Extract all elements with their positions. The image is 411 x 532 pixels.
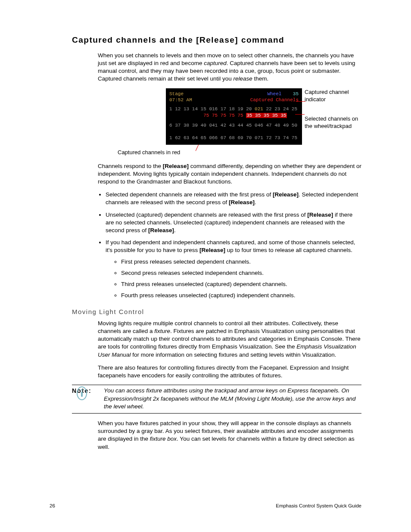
release-key: [Release] <box>229 199 255 205</box>
fixture-display-paragraph: When you have fixtures patched in your s… <box>98 420 361 451</box>
note-rule-top <box>72 385 361 385</box>
stage-label: Stage <box>169 91 184 96</box>
text: for more information on selecting fixtur… <box>131 352 336 358</box>
release-key: [Release] <box>273 191 299 198</box>
leader-line <box>295 114 305 115</box>
leader-line <box>296 101 305 102</box>
svg-rect-2 <box>81 392 83 397</box>
callout-captured-red: Captured channels in red <box>118 149 180 156</box>
callout-selected-channels: Selected channels on the wheel/trackpad <box>305 115 361 130</box>
row1-nums: 1 12 13 14 15 016 17 18 19 20 <box>169 106 255 112</box>
wheel-label: Wheel <box>267 91 281 96</box>
release-rules-list: Selected dependent channels are released… <box>98 191 361 299</box>
text: Channels respond to the <box>98 163 163 169</box>
text: Selected dependent channels are released… <box>106 191 273 198</box>
note-text: You can access fixture attributes using … <box>104 387 361 411</box>
footer-title: Emphasis Control System Quick Guide <box>276 503 361 510</box>
leader-line <box>196 144 199 151</box>
list-item: Second press releases selected independe… <box>121 269 361 277</box>
row1-rest: 22 23 24 25 <box>263 106 297 112</box>
term-release: release <box>233 75 252 82</box>
list-item: Third press releases unselected (capture… <box>121 280 361 288</box>
list-item: Unselected (captured) dependent channels… <box>106 211 361 235</box>
subsection-heading: Moving Light Control <box>72 308 361 316</box>
text: them. <box>252 75 269 82</box>
info-icon <box>75 385 88 402</box>
callout-captured-indicator: Captured channel indicator <box>305 88 352 103</box>
time-label: 07:52 AM <box>169 97 192 103</box>
row3-nums: 1 62 63 64 65 066 67 68 69 70 071 72 73 … <box>169 135 299 141</box>
release-key: [Release] <box>163 163 189 169</box>
release-key: [Release] <box>199 247 225 253</box>
row1-highlight: 35 35 35 35 35 <box>246 113 286 118</box>
text: Unselected (captured) dependent channels… <box>106 212 307 218</box>
term-fixture-box: fixture box <box>150 436 177 442</box>
note-block: Note: You can access fixture attributes … <box>72 387 361 411</box>
row1-levels: 75 75 75 75 75 <box>169 113 246 118</box>
section-heading: Captured channels and the [Release] comm… <box>72 34 361 46</box>
console-figure: Stage 07:52 AM Wheel 35 Captured Channel… <box>98 88 361 157</box>
captured-channels-label: Captured Channels <box>250 97 299 103</box>
note-rule-bottom <box>72 413 361 414</box>
svg-point-1 <box>81 389 83 391</box>
paragraph-release-behavior: Channels respond to the [Release] comman… <box>98 162 361 186</box>
text: . <box>255 199 256 205</box>
list-item: Fourth press releases unselected (captur… <box>121 292 361 299</box>
wheel-value: 35 <box>293 91 299 96</box>
text: up to four times to release all captured… <box>225 247 352 253</box>
list-item: Selected dependent channels are released… <box>106 191 361 206</box>
release-key: [Release] <box>148 227 174 233</box>
term-captured: captured <box>204 60 227 66</box>
release-key: [Release] <box>307 212 333 218</box>
term-fixture: fixture <box>154 328 170 334</box>
row1-gold: 021 <box>255 106 263 112</box>
row2-nums: 6 37 38 39 40 041 42 43 44 45 046 47 48 … <box>169 122 299 129</box>
console-screenshot: Stage 07:52 AM Wheel 35 Captured Channel… <box>166 88 302 145</box>
moving-light-paragraph-1: Moving lights require multiple control c… <box>98 320 361 359</box>
intro-paragraph: When you set channels to levels and then… <box>98 52 361 83</box>
press-sequence-list: First press releases selected dependent … <box>113 258 361 300</box>
list-item: If you had dependent and independent cha… <box>106 239 361 299</box>
list-item: First press releases selected dependent … <box>121 258 361 266</box>
page-number: 26 <box>50 503 55 510</box>
text: . <box>174 227 176 233</box>
moving-light-paragraph-2: There are also features for controlling … <box>98 364 361 380</box>
